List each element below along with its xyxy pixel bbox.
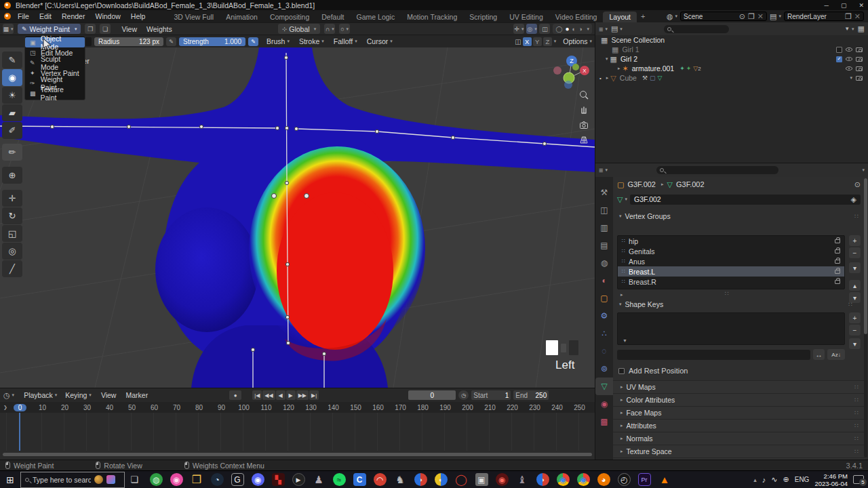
properties-scrollbar[interactable] bbox=[864, 178, 867, 458]
view-layer-tab-icon[interactable]: ▤ bbox=[595, 237, 613, 254]
taskbar-search-box[interactable] bbox=[20, 472, 125, 488]
mode-dropdown-item[interactable]: ▣Object Mode bbox=[25, 37, 85, 47]
taskbar-figure-app-icon[interactable]: ♞ bbox=[391, 471, 410, 488]
workspace-tab[interactable]: Layout bbox=[603, 12, 637, 22]
collapsed-panel-header[interactable]: ▸Face Maps∷ bbox=[613, 406, 865, 419]
blender-menu-icon[interactable] bbox=[4, 13, 11, 20]
expand-icon[interactable]: ▾ bbox=[606, 56, 608, 62]
volume-icon[interactable]: ♪ bbox=[762, 476, 766, 484]
taskbar-pink-app-icon[interactable]: ◉ bbox=[167, 471, 186, 488]
outliner-filter-button[interactable]: ▼▾ bbox=[844, 26, 854, 32]
taskbar-gog-icon[interactable]: G bbox=[228, 471, 247, 488]
zoom-icon[interactable] bbox=[577, 88, 591, 102]
lock-icon[interactable] bbox=[835, 270, 840, 274]
workspace-tab[interactable]: Game Logic bbox=[351, 12, 401, 22]
world-tab-icon[interactable]: ◐ bbox=[595, 272, 613, 289]
timeline-canvas[interactable] bbox=[0, 413, 595, 451]
taskbar-browser-icon[interactable]: ◍ bbox=[146, 471, 165, 488]
vertex-group-item[interactable]: ∷Breast.R bbox=[618, 277, 844, 287]
remove-shape-key-button[interactable]: − bbox=[849, 325, 861, 336]
strength-slider[interactable]: Strength 1.000 bbox=[179, 37, 245, 46]
radius-pressure-icon[interactable]: ✎ bbox=[166, 37, 176, 46]
taskbar-red-badge-app-icon[interactable]: ◉ bbox=[492, 471, 511, 488]
notification-center-button[interactable]: 5 bbox=[853, 475, 864, 484]
lock-icon[interactable] bbox=[835, 260, 840, 264]
transport-button[interactable]: ◀ bbox=[276, 390, 285, 400]
exclude-checkbox[interactable]: ✓ bbox=[836, 56, 842, 62]
overlays-button[interactable]: ◎▾ bbox=[526, 24, 537, 34]
frame-start-field[interactable]: Start1 bbox=[471, 390, 511, 400]
transport-button[interactable]: ▶ bbox=[286, 390, 296, 400]
mode-dropdown-button[interactable]: ✎ Weight Paint ▾ bbox=[18, 24, 81, 34]
taskbar-discord-icon[interactable]: ◉ bbox=[248, 471, 267, 488]
vertex-group-item[interactable]: ∷Anus bbox=[618, 256, 844, 266]
workspace-tab[interactable]: 3D View Full bbox=[167, 12, 220, 22]
mirror-axis-button[interactable]: X bbox=[523, 37, 532, 46]
wifi-icon[interactable]: ∿ bbox=[771, 475, 777, 484]
tool-tab-icon[interactable]: ⚒ bbox=[595, 184, 613, 201]
cursor-tool[interactable]: ⊕ bbox=[2, 167, 22, 184]
mirror-axis-button[interactable]: Z bbox=[543, 37, 552, 46]
marker-menu[interactable]: Marker bbox=[125, 391, 148, 399]
hide-eye-icon[interactable] bbox=[846, 47, 852, 52]
pin-icon[interactable]: ⊙ bbox=[854, 180, 861, 189]
output-tab-icon[interactable]: ▥ bbox=[595, 219, 613, 237]
material-shading-icon[interactable]: ◐ bbox=[572, 26, 576, 33]
outliner-row-scene-collection[interactable]: ▦ Scene Collection bbox=[595, 35, 868, 45]
breadcrumb-data[interactable]: G3F.002 bbox=[676, 180, 705, 188]
search-input[interactable] bbox=[33, 476, 91, 484]
gizmo-x-axis[interactable]: X bbox=[583, 68, 587, 74]
sort-az-button[interactable]: Az↓ bbox=[827, 349, 845, 360]
taskbar-c-app-icon[interactable]: C bbox=[350, 471, 369, 488]
unlink-scene-icon[interactable]: ✕ bbox=[757, 12, 764, 21]
brush-menu[interactable]: Cursor▾ bbox=[367, 37, 393, 45]
taskbar-steam-icon[interactable]: ◔ bbox=[208, 471, 226, 488]
expand-icon[interactable]: ▸ bbox=[618, 66, 620, 71]
add-workspace-button[interactable]: + bbox=[637, 12, 649, 20]
add-rest-position-row[interactable]: Add Rest Position bbox=[618, 367, 688, 375]
pin-icon[interactable]: ⊙ bbox=[739, 12, 745, 21]
vertex-group-item[interactable]: ∷Genitals bbox=[618, 246, 844, 256]
taskbar-file-explorer-icon[interactable]: ❒ bbox=[187, 471, 206, 488]
outliner-display-mode-button[interactable]: ≡▾ bbox=[599, 25, 608, 33]
hide-eye-icon[interactable] bbox=[846, 66, 852, 70]
mode-dropdown-item[interactable]: ▩Texture Paint bbox=[25, 88, 85, 98]
exclude-checkbox[interactable] bbox=[836, 47, 842, 53]
mode-dropdown-item[interactable]: ✎Sculpt Mode bbox=[25, 58, 85, 68]
properties-editor-button[interactable]: ≡▾ bbox=[599, 166, 608, 174]
transform-tool[interactable]: ◎ bbox=[2, 243, 22, 260]
vertex-group-specials-button[interactable]: ▾ bbox=[849, 262, 861, 273]
camera-view-icon[interactable] bbox=[577, 118, 591, 131]
lock-icon[interactable] bbox=[835, 280, 840, 284]
playback-menu[interactable]: Playback▾ bbox=[24, 391, 57, 399]
taskbar-gauge-app-icon[interactable]: ◴ bbox=[614, 471, 633, 488]
minimize-button[interactable]: ─ bbox=[825, 2, 829, 9]
menu-item[interactable]: File bbox=[18, 12, 29, 20]
taskbar-red-ring-app-icon[interactable]: ◯ bbox=[452, 471, 471, 488]
move-tool[interactable]: ✛ bbox=[2, 190, 22, 207]
frame-end-field[interactable]: End250 bbox=[513, 390, 549, 400]
auto-keying-button[interactable]: ● bbox=[229, 390, 241, 400]
workspace-tab[interactable]: Animation bbox=[220, 12, 264, 22]
shape-keys-panel-header[interactable]: ▾ Shape Keys ∷ bbox=[617, 300, 854, 308]
workspace-tab[interactable]: Video Editing bbox=[549, 12, 604, 22]
add-shape-key-button[interactable]: + bbox=[849, 312, 861, 323]
editor-type-button[interactable]: ▦▾ bbox=[3, 24, 14, 34]
physics-tab-icon[interactable]: ◌ bbox=[595, 342, 613, 360]
playhead[interactable] bbox=[19, 413, 20, 451]
add-rest-position-checkbox[interactable] bbox=[618, 368, 625, 374]
eye-closed-icon[interactable]: ▾ bbox=[850, 75, 852, 81]
disable-render-icon[interactable] bbox=[856, 76, 863, 81]
outliner-row-girl2[interactable]: ▾ ▦ Girl 2 ✓ bbox=[595, 54, 868, 64]
remove-vertex-group-button[interactable]: − bbox=[849, 247, 861, 258]
region-toggle-icon[interactable]: ❯ bbox=[3, 405, 7, 410]
smear-brush-tool[interactable]: ▰ bbox=[2, 104, 22, 121]
scene-field[interactable]: Scene ⊙ ❐ ✕ bbox=[680, 12, 767, 21]
close-button[interactable]: ✕ bbox=[859, 2, 864, 9]
blur-brush-tool[interactable]: ◉ bbox=[2, 69, 22, 86]
collapsed-panel-header[interactable]: ▸Color Attributes∷ bbox=[613, 393, 865, 406]
view-menu[interactable]: View bbox=[121, 25, 137, 33]
transport-button[interactable]: ▶▶ bbox=[296, 390, 309, 400]
workspace-tab[interactable]: Compositing bbox=[264, 12, 315, 22]
timeline-ruler[interactable]: 0102030405060708090100110120130140150160… bbox=[0, 402, 595, 413]
